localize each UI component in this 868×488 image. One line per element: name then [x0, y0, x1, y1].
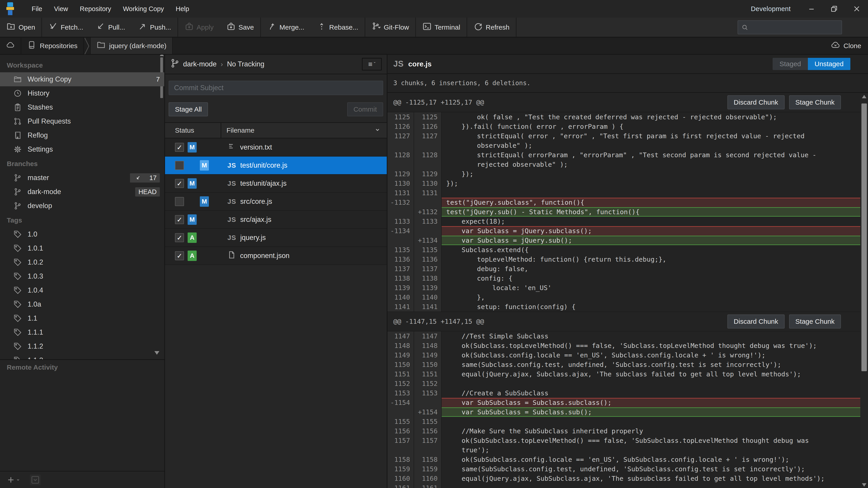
sidebar-item-working-copy[interactable]: Working Copy7: [0, 72, 164, 86]
sidebar-item-dark-mode[interactable]: dark-modeHEAD: [0, 185, 164, 199]
file-row[interactable]: MJSsrc/core.js: [165, 193, 387, 211]
new-line-number: +1132: [414, 207, 442, 217]
push-button[interactable]: Push...: [136, 20, 172, 35]
git-flow-button[interactable]: Git-Flow: [370, 20, 410, 35]
file-stage-checkbox[interactable]: ✓: [175, 233, 184, 242]
open-button[interactable]: Open: [5, 20, 36, 35]
menu-item-working-copy[interactable]: Working Copy: [117, 2, 170, 16]
file-row[interactable]: ✓Acomponent.json: [165, 247, 387, 265]
tab-remote-accounts[interactable]: [0, 37, 21, 54]
search-input[interactable]: [751, 24, 838, 31]
pull-button[interactable]: Pull...: [94, 20, 126, 35]
menu-item-repository[interactable]: Repository: [74, 2, 117, 16]
clipboard-icon: [13, 103, 23, 111]
scroll-down-icon[interactable]: [862, 483, 866, 487]
toolbar-group: Merge...Rebase...: [261, 18, 364, 37]
diff-scrollbar[interactable]: [860, 94, 868, 488]
rebase-button[interactable]: Rebase...: [315, 20, 360, 35]
sort-chevron-icon[interactable]: [374, 126, 381, 135]
sidebar-item-1-0a[interactable]: 1.0a: [0, 297, 164, 311]
staged-tab[interactable]: Staged: [773, 58, 808, 70]
menu-item-file[interactable]: File: [26, 2, 48, 16]
sidebar-item-reflog[interactable]: Reflog: [0, 128, 164, 142]
diff-panel: JS core.js Staged Unstaged 3 chunks, 6 i…: [388, 55, 868, 488]
new-line-number: 1135: [414, 245, 442, 255]
column-header-filename[interactable]: Filename: [221, 127, 254, 134]
hunk-header: @@ -1125,17 +1125,17 @@Discard ChunkStag…: [388, 93, 868, 112]
file-row[interactable]: ✓MJStest/unit/ajax.js: [165, 175, 387, 193]
menu-item-help[interactable]: Help: [170, 2, 195, 16]
file-stage-checkbox[interactable]: ✓: [175, 251, 184, 260]
minimize-button[interactable]: [807, 4, 816, 14]
fetch-button[interactable]: Fetch...: [47, 20, 85, 35]
staged-status-slot: M: [188, 215, 200, 225]
sidebar-item-1-0-3[interactable]: 1.0.3: [0, 269, 164, 283]
sidebar-item-settings[interactable]: Settings: [0, 142, 164, 156]
close-button[interactable]: [852, 4, 862, 14]
tab-repositories[interactable]: Repositories: [21, 37, 84, 54]
file-stage-checkbox[interactable]: ✓: [175, 215, 184, 224]
sidebar-item-1-1-2[interactable]: 1.1.2: [0, 339, 164, 353]
diff-line: -1154var SubSubclass = Subclass.subclass…: [388, 398, 868, 408]
sidebar-item-1-0-2[interactable]: 1.0.2: [0, 255, 164, 269]
commit-mode-toggle-button[interactable]: [30, 475, 41, 485]
stage-chunk-button[interactable]: Stage Chunk: [789, 315, 841, 328]
refresh-button[interactable]: Refresh: [472, 20, 511, 35]
terminal-button[interactable]: Terminal: [421, 20, 461, 35]
tab-repo-jquery[interactable]: jquery (dark-mode): [90, 37, 173, 54]
sidebar-item-1-1-1[interactable]: 1.1.1: [0, 325, 164, 339]
file-stage-checkbox[interactable]: [175, 161, 184, 170]
sidebar-item-1-0-4[interactable]: 1.0.4: [0, 283, 164, 297]
file-row[interactable]: MJStest/unit/core.js: [165, 157, 387, 175]
sidebar-item-1-0-1[interactable]: 1.0.1: [0, 241, 164, 255]
file-stage-checkbox[interactable]: [175, 197, 184, 206]
sidebar-item-1-0[interactable]: 1.0: [0, 227, 164, 241]
apply-button[interactable]: Apply: [183, 20, 215, 35]
merge-button[interactable]: Merge...: [266, 20, 306, 35]
toolbar-button-label: Push...: [150, 24, 171, 31]
sidebar-item-stashes[interactable]: Stashes: [0, 100, 164, 114]
sidebar-item-label: Settings: [28, 145, 53, 153]
sidebar-item-1-1[interactable]: 1.1: [0, 311, 164, 325]
scrollbar-thumb[interactable]: [862, 103, 867, 371]
file-row[interactable]: ✓AJSjquery.js: [165, 229, 387, 247]
restore-button[interactable]: [829, 4, 839, 14]
remote-activity-header: Remote Activity: [0, 360, 164, 375]
unstaged-tab[interactable]: Unstaged: [808, 58, 850, 70]
sidebar-item-label: master: [28, 174, 49, 182]
file-stage-checkbox[interactable]: ✓: [175, 179, 184, 188]
save-button[interactable]: Save: [225, 20, 255, 35]
file-stage-checkbox[interactable]: ✓: [175, 143, 184, 152]
tag-icon: [13, 300, 23, 308]
discard-chunk-button[interactable]: Discard Chunk: [727, 95, 784, 109]
file-row[interactable]: ✓Mversion.txt: [165, 138, 387, 157]
stage-chunk-button[interactable]: Stage Chunk: [789, 95, 841, 109]
column-divider[interactable]: [221, 123, 221, 138]
tag-icon: [13, 230, 23, 238]
sidebar-item-history[interactable]: History: [0, 86, 164, 100]
scroll-up-icon[interactable]: [862, 95, 866, 98]
column-header-status[interactable]: Status: [165, 127, 221, 134]
sidebar-item-develop[interactable]: develop: [0, 199, 164, 213]
file-list: ✓Mversion.txtMJStest/unit/core.js✓MJStes…: [165, 138, 387, 265]
commit-options-menu-button[interactable]: ≡ˇ: [362, 58, 382, 70]
menu-item-view[interactable]: View: [48, 2, 74, 16]
add-repository-button[interactable]: [6, 475, 21, 484]
file-row[interactable]: ✓MJSsrc/ajax.js: [165, 211, 387, 229]
sidebar-item-master[interactable]: master17: [0, 171, 164, 185]
stage-all-button[interactable]: Stage All: [168, 102, 208, 116]
file-table-header[interactable]: Status Filename: [165, 122, 387, 138]
hunk-range-label: @@ -1125,17 +1125,17 @@: [393, 98, 484, 106]
diff-code: [442, 188, 868, 198]
new-line-number: 1152: [414, 379, 442, 388]
discard-chunk-button[interactable]: Discard Chunk: [727, 315, 784, 328]
push-icon: [138, 22, 147, 33]
new-line-number: 1126: [414, 122, 442, 131]
commit-subject-input[interactable]: [168, 80, 383, 95]
commit-button[interactable]: Commit: [347, 102, 383, 116]
clone-button[interactable]: Clone: [824, 37, 868, 54]
sidebar-item-1-1-3[interactable]: 1.1.3: [0, 353, 164, 359]
new-line-number: 1125: [414, 112, 442, 122]
diff-line: +1132test("jQuery.sub() - Static Methods…: [388, 207, 868, 217]
sidebar-item-pull-requests[interactable]: Pull Requests: [0, 114, 164, 128]
